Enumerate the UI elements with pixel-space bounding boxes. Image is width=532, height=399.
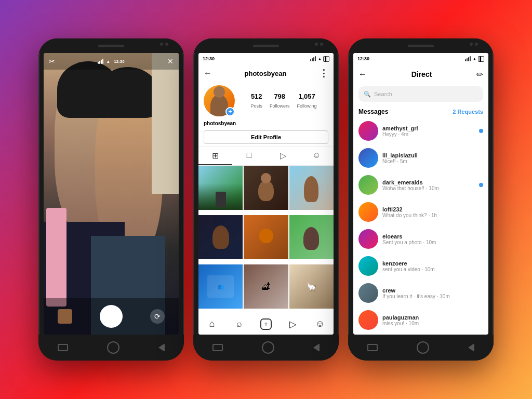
direct-nav-header: ← Direct ✏: [353, 64, 488, 84]
followers-label: Followers: [270, 103, 290, 109]
nav-home-button-3[interactable]: [417, 341, 429, 354]
direct-battery-icon: ▌: [478, 56, 484, 62]
following-label: Following: [297, 103, 317, 109]
preview-8: miss you! · 10m: [382, 321, 483, 326]
nav-home-icon[interactable]: ⌂: [206, 318, 218, 330]
posts-count: 512: [250, 92, 262, 100]
camera-dots-2: [315, 43, 323, 46]
avatar-lapislazuli: [358, 148, 378, 168]
nav-home-button-1[interactable]: [107, 341, 119, 354]
photo-6[interactable]: [289, 215, 334, 259]
messages-label: Messages: [358, 108, 388, 115]
nav-reels-icon[interactable]: ▷: [287, 318, 299, 330]
direct-time: 12:30: [357, 56, 369, 61]
preview-2: Nice!! · 5m: [382, 158, 483, 164]
message-item-2[interactable]: lil_lapislazuli Nice!! · 5m: [353, 144, 488, 171]
profile-screen: 12:30 ▲ ▌ ← photosbyean ⋮: [198, 53, 334, 335]
speaker-2: [253, 45, 279, 47]
phone-top-bar-3: [348, 38, 494, 53]
nav-recent-button-3[interactable]: [367, 344, 378, 351]
profile-back-button[interactable]: ←: [204, 69, 212, 78]
preview-1: Heyyy · 4m: [382, 131, 475, 137]
scissor-icon[interactable]: ✂: [49, 57, 55, 65]
photo-5[interactable]: [244, 215, 288, 259]
unread-dot-3: [479, 183, 483, 187]
photo-8[interactable]: 🏕: [244, 264, 288, 309]
close-icon[interactable]: ✕: [167, 57, 174, 65]
posts-stat: 512 Posts: [250, 92, 262, 110]
message-list: amethyst_grl Heyyy · 4m lil_lapislazuli …: [353, 117, 488, 335]
nav-recent-button-2[interactable]: [212, 344, 223, 351]
shutter-button[interactable]: [100, 305, 123, 328]
direct-screen: 12:30 ▲ ▌ ← Direct ✏: [353, 53, 488, 335]
followers-count: 798: [270, 92, 290, 100]
camera-status: ▲ 12:30: [98, 59, 124, 64]
username-2: lil_lapislazuli: [382, 152, 483, 158]
messages-header: Messages 2 Requests: [353, 104, 488, 117]
avatar-dark-emeralds: [358, 175, 378, 195]
photo-3[interactable]: [289, 166, 334, 210]
msg-content-4: lofti232 What do you think? · 1h: [382, 206, 483, 218]
avatar-lofti: [358, 202, 378, 222]
tab-igtv[interactable]: □: [232, 147, 266, 165]
signal-bars: [98, 59, 103, 64]
phone-top-bar-2: [193, 38, 339, 53]
photo-grid: 👥 🏕 🦙: [198, 166, 334, 313]
message-item-5[interactable]: eloears Sent you a photo · 10m: [353, 225, 488, 252]
profile-info-section: + 512 Posts 798 Followers 1,057 Followin…: [198, 82, 334, 119]
nav-add-icon[interactable]: +: [260, 318, 272, 330]
username-4: lofti232: [382, 206, 483, 212]
photo-7[interactable]: 👥: [198, 264, 243, 309]
tab-grid[interactable]: ⊞: [198, 147, 232, 165]
message-item-4[interactable]: lofti232 What do you think? · 1h: [353, 198, 488, 225]
tab-video[interactable]: ▷: [266, 147, 300, 165]
search-icon: 🔍: [364, 91, 371, 98]
message-item-7[interactable]: crew If you learn it - it's easy · 10m: [353, 280, 488, 307]
direct-signal-group: ▲ ▌: [465, 56, 484, 62]
profile-nav-header: ← photosbyean ⋮: [198, 64, 334, 82]
profile-tabs: ⊞ □ ▷ ☺: [198, 146, 334, 166]
direct-back-button[interactable]: ←: [358, 70, 367, 79]
posts-label: Posts: [250, 103, 262, 109]
profile-signal: [310, 56, 316, 61]
following-stat: 1,057 Following: [297, 92, 317, 110]
username-3: dark_emeralds: [382, 179, 475, 185]
phone-profile: 12:30 ▲ ▌ ← photosbyean ⋮: [193, 38, 339, 361]
msg-content-2: lil_lapislazuli Nice!! · 5m: [382, 152, 483, 164]
direct-search-bar[interactable]: 🔍 Search: [358, 86, 483, 102]
direct-wifi-icon: ▲: [472, 57, 476, 61]
gallery-thumbnail[interactable]: [58, 309, 72, 324]
phone-bottom-nav-3: [348, 335, 494, 361]
compose-button[interactable]: ✏: [476, 70, 483, 79]
nav-search-icon[interactable]: ⌕: [233, 318, 245, 330]
photo-1[interactable]: [198, 166, 243, 210]
flip-camera-icon[interactable]: ⟳: [150, 309, 165, 324]
following-count: 1,057: [297, 92, 317, 100]
avatar-paulaguzman: [358, 310, 378, 330]
nav-profile-icon[interactable]: ☺: [314, 318, 326, 330]
message-item-8[interactable]: paulaguzman miss you! · 10m: [353, 307, 488, 334]
edit-profile-button[interactable]: Edit Profile: [204, 130, 328, 144]
msg-content-1: amethyst_grl Heyyy · 4m: [382, 125, 475, 137]
message-item-6[interactable]: kenzoere sent you a video · 10m: [353, 252, 488, 280]
photo-9[interactable]: 🦙: [289, 264, 334, 309]
nav-back-button-1[interactable]: [158, 343, 165, 352]
requests-label[interactable]: 2 Requests: [453, 109, 483, 115]
username-1: amethyst_grl: [382, 125, 475, 131]
photo-2[interactable]: [244, 166, 288, 210]
phone-camera: ✂ ▲ 12:30 ✕ ⟳: [38, 38, 184, 361]
nav-recent-button[interactable]: [58, 344, 68, 351]
add-story-badge[interactable]: +: [225, 107, 235, 116]
nav-back-button-3[interactable]: [468, 343, 474, 352]
msg-content-5: eloears Sent you a photo · 10m: [382, 233, 483, 245]
wifi-icon: ▲: [317, 57, 322, 61]
message-item-1[interactable]: amethyst_grl Heyyy · 4m: [353, 117, 488, 144]
profile-more-button[interactable]: ⋮: [319, 68, 328, 79]
nav-home-button-2[interactable]: [262, 341, 274, 354]
nav-back-button-2[interactable]: [313, 343, 320, 352]
message-item-3[interactable]: dark_emeralds Woha that house!! · 10m: [353, 171, 488, 198]
photo-4[interactable]: [198, 215, 243, 259]
direct-signal: [465, 56, 471, 61]
tab-tagged[interactable]: ☺: [300, 147, 334, 165]
preview-5: Sent you a photo · 10m: [382, 240, 483, 245]
